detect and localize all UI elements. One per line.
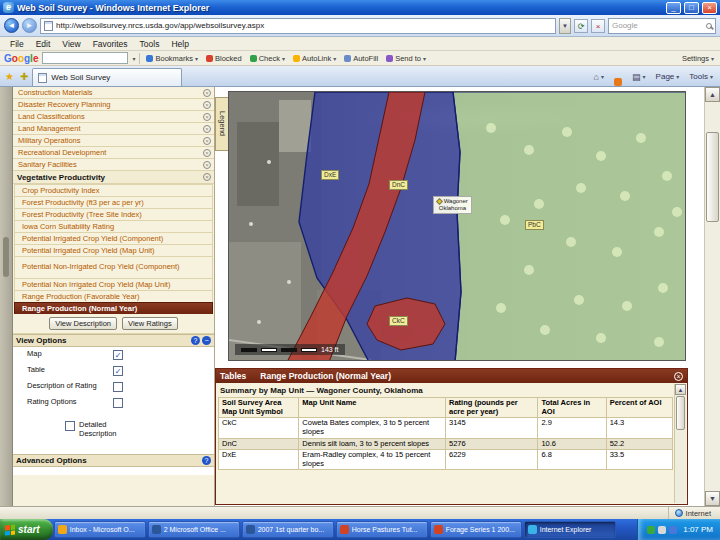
autofill-button[interactable]: AutoFill [342, 54, 380, 63]
close-icon[interactable]: × [674, 372, 683, 381]
menu-file[interactable]: File [4, 38, 30, 50]
tray-shield-icon[interactable] [647, 526, 655, 534]
menu-favorites[interactable]: Favorites [87, 38, 134, 50]
address-input[interactable]: http://websoilsurvey.nrcs.usda.gov/app/w… [40, 18, 556, 34]
detailed-description-checkbox[interactable] [65, 421, 75, 431]
refresh-button[interactable]: ⟳ [574, 19, 588, 33]
browser-scrollbar[interactable]: ▲ ▼ [704, 87, 720, 506]
close-button[interactable]: × [702, 2, 717, 14]
scroll-thumb[interactable] [676, 396, 685, 430]
cell-name: Coweta Bates complex, 3 to 5 percent slo… [299, 418, 446, 438]
address-dropdown[interactable]: ▼ [559, 18, 571, 34]
popup-blocked-button[interactable]: Blocked [204, 54, 244, 63]
sub-item-forest-productivity-ft3[interactable]: Forest Productivity (ft3 per ac per yr) [14, 196, 213, 208]
help-icon[interactable]: ? [191, 336, 200, 345]
menu-help[interactable]: Help [165, 38, 194, 50]
spellcheck-button[interactable]: Check▾ [248, 54, 287, 63]
advanced-options-header[interactable]: Advanced Options ? [13, 454, 214, 467]
favorites-star-icon[interactable]: ★ [3, 68, 16, 86]
item-action-icon[interactable]: × [203, 161, 211, 169]
taskbar-task-horse-pastures[interactable]: Horse Pastures Tut... [336, 521, 428, 538]
forward-button[interactable]: ► [22, 18, 37, 33]
item-action-icon[interactable]: × [203, 101, 211, 109]
sidebar-item-land-management[interactable]: Land Management× [13, 123, 214, 135]
print-button[interactable]: ▤▾ [628, 68, 650, 86]
home-button[interactable]: ⌂▾ [590, 68, 608, 86]
menu-tools[interactable]: Tools [134, 38, 166, 50]
view-options-header[interactable]: View Options ? − [13, 334, 214, 347]
view-ratings-button[interactable]: View Ratings [122, 317, 178, 330]
settings-button[interactable]: Settings▾ [680, 54, 716, 63]
google-search-input[interactable] [42, 52, 128, 64]
description-of-rating-checkbox[interactable] [113, 382, 123, 392]
feeds-button[interactable] [610, 78, 626, 86]
scroll-down-arrow[interactable]: ▼ [705, 491, 720, 506]
item-action-icon[interactable]: × [203, 173, 211, 181]
maximize-button[interactable]: □ [684, 2, 699, 14]
sub-item-pot-nonirrigated-mapunit[interactable]: Potential Non Irrigated Crop Yield (Map … [14, 278, 213, 290]
view-description-button[interactable]: View Description [49, 317, 117, 330]
menu-edit[interactable]: Edit [30, 38, 57, 50]
google-search-dropdown[interactable]: ▾ [132, 55, 135, 62]
sub-item-forest-productivity-tree[interactable]: Forest Productivity (Tree Site Index) [14, 208, 213, 220]
item-action-icon[interactable]: × [203, 137, 211, 145]
back-button[interactable]: ◄ [4, 18, 19, 33]
taskbar-clock[interactable]: 1:07 PM [683, 525, 713, 534]
minimize-button[interactable]: _ [666, 2, 681, 14]
add-favorite-icon[interactable]: ✚ [18, 68, 30, 86]
table-row[interactable]: DnC Dennis silt loam, 3 to 5 percent slo… [219, 438, 673, 450]
sub-item-range-production-favorable[interactable]: Range Production (Favorable Year) [14, 290, 213, 302]
stop-button[interactable]: × [591, 19, 605, 33]
search-input[interactable]: Google [608, 18, 716, 34]
menu-view[interactable]: View [56, 38, 86, 50]
help-icon[interactable]: ? [202, 456, 211, 465]
scroll-up-arrow[interactable]: ▲ [675, 384, 686, 395]
collapse-icon[interactable]: − [202, 336, 211, 345]
sub-item-pot-irrigated-component[interactable]: Potential Irrigated Crop Yield (Componen… [14, 232, 213, 244]
send-to-button[interactable]: Send to▾ [384, 54, 428, 63]
table-row[interactable]: CkC Coweta Bates complex, 3 to 5 percent… [219, 418, 673, 438]
start-button[interactable]: start [0, 519, 53, 540]
item-action-icon[interactable]: × [203, 89, 211, 97]
item-action-icon[interactable]: × [203, 113, 211, 121]
tables-scrollbar[interactable]: ▲ [674, 384, 686, 503]
tab-web-soil-survey[interactable]: Web Soil Survey [32, 68, 182, 86]
section-vegetative-productivity[interactable]: Vegetative Productivity× [13, 171, 214, 184]
sidebar-item-sanitary-facilities[interactable]: Sanitary Facilities× [13, 159, 214, 171]
item-action-icon[interactable]: × [203, 149, 211, 157]
tray-volume-icon[interactable] [658, 526, 666, 534]
scroll-thumb[interactable] [706, 132, 719, 222]
map-checkbox[interactable] [113, 350, 123, 360]
legend-tab[interactable]: Legend [215, 97, 228, 151]
rating-options-checkbox[interactable] [113, 398, 123, 408]
taskbar-task-internet-explorer[interactable]: Internet Explorer [524, 521, 616, 538]
item-action-icon[interactable]: × [203, 125, 211, 133]
collapsed-panel-strip[interactable] [0, 87, 13, 506]
bookmarks-button[interactable]: Bookmarks▾ [144, 54, 200, 63]
tools-menu-button[interactable]: Tools▾ [685, 68, 717, 86]
autolink-button[interactable]: AutoLink▾ [291, 54, 338, 63]
taskbar-task-forage-series[interactable]: Forage Series 1 200... [430, 521, 522, 538]
tray-network-icon[interactable] [669, 526, 677, 534]
sidebar-item-construction-materials[interactable]: Construction Materials× [13, 87, 214, 99]
sub-item-label: Iowa Corn Suitability Rating [22, 222, 209, 231]
sub-item-pot-irrigated-mapunit[interactable]: Potential Irrigated Crop Yield (Map Unit… [14, 244, 213, 256]
sidebar-item-disaster-recovery[interactable]: Disaster Recovery Planning× [13, 99, 214, 111]
soil-map[interactable]: DxE DnC PbC CkC Wagoner Oklahoma 143 ft [228, 91, 686, 361]
panel-drag-handle[interactable] [3, 237, 9, 277]
page-menu-button[interactable]: Page▾ [652, 68, 684, 86]
table-row[interactable]: DxE Eram-Radley complex, 4 to 15 percent… [219, 450, 673, 470]
table-checkbox[interactable] [113, 366, 123, 376]
sub-item-range-production-normal-selected[interactable]: Range Production (Normal Year) [14, 302, 213, 314]
sidebar-item-recreational-development[interactable]: Recreational Development× [13, 147, 214, 159]
sub-item-pot-nonirrigated-component[interactable]: Potential Non-Irrigated Crop Yield (Comp… [14, 256, 213, 278]
sub-item-iowa-corn[interactable]: Iowa Corn Suitability Rating [14, 220, 213, 232]
sidebar-item-land-classifications[interactable]: Land Classifications× [13, 111, 214, 123]
taskbar-task-outlook[interactable]: Inbox - Microsoft O... [54, 521, 146, 538]
scroll-up-arrow[interactable]: ▲ [705, 87, 720, 102]
taskbar-task-document[interactable]: 2007 1st quarter bo... [242, 521, 334, 538]
sidebar-item-military-operations[interactable]: Military Operations× [13, 135, 214, 147]
tables-panel-header[interactable]: Tables Range Production (Normal Year) × [216, 369, 687, 383]
taskbar-task-office-group[interactable]: 2 Microsoft Office ... [148, 521, 240, 538]
sub-item-crop-productivity-index[interactable]: Crop Productivity Index [14, 184, 213, 196]
